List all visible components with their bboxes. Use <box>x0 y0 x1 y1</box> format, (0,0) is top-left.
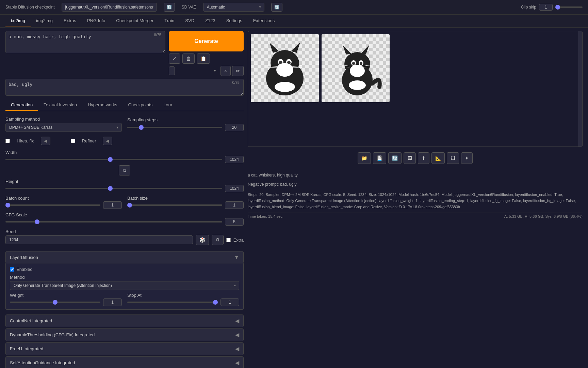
dynamic-thresholding-header[interactable]: DynamicThresholding (CFG-Fix) Integrated… <box>5 328 244 341</box>
hires-arrow-btn[interactable]: ◀ <box>41 137 50 145</box>
stop-at-slider[interactable] <box>127 302 218 303</box>
refresh-btn[interactable]: 🔄 <box>388 152 402 164</box>
cfg-scale-slider[interactable] <box>5 221 222 223</box>
batch-count-group: Batch count <box>5 196 122 209</box>
output-info-line: Steps: 20, Sampler: DPM++ 2M SDE Karras,… <box>248 190 583 211</box>
save-folder-btn[interactable]: 📁 <box>358 152 371 164</box>
method-select[interactable]: Only Generate Transparent Image (Attenti… <box>10 281 239 290</box>
tab-checkpoint-merger[interactable]: Checkpoint Merger <box>111 15 159 27</box>
gallery-btn[interactable]: 🖼 <box>404 152 416 164</box>
output-negative: Negative prompt: bad, ugly <box>248 180 583 189</box>
tab-hypernetworks[interactable]: Hypernetworks <box>82 99 123 111</box>
vae-label: SD VAE <box>182 5 196 10</box>
height-label: Height <box>5 179 244 184</box>
tab-settings[interactable]: Settings <box>221 15 248 27</box>
height-slider[interactable] <box>5 188 222 189</box>
vae-select[interactable]: Automatic <box>203 3 264 12</box>
copy-button[interactable]: 📋 <box>197 53 210 64</box>
tab-svd[interactable]: SVD <box>180 15 200 27</box>
dynamic-thresholding-title: DynamicThresholding (CFG-Fix) Integrated <box>10 332 95 337</box>
sampling-method-label: Sampling method <box>5 117 122 122</box>
output-image-2[interactable] <box>322 34 390 102</box>
refiner-arrow-btn[interactable]: ◀ <box>103 137 112 145</box>
cfg-scale-value[interactable] <box>225 218 244 226</box>
trash-button[interactable]: 🗑 <box>182 53 195 64</box>
tab-z123[interactable]: Z123 <box>200 15 221 27</box>
generate-button[interactable]: Generate <box>169 31 244 51</box>
seed-dice-btn[interactable]: 🎲 <box>196 235 209 245</box>
film-btn[interactable]: 🎞 <box>447 152 459 164</box>
tab-generation[interactable]: Generation <box>5 99 38 111</box>
tab-textual-inversion[interactable]: Textual Inversion <box>38 99 82 111</box>
style-select[interactable] <box>169 66 175 75</box>
tab-checkpoints[interactable]: Checkpoints <box>123 99 158 111</box>
hires-fix-label: Hires. fix <box>17 138 34 143</box>
batch-count-slider[interactable] <box>5 204 100 206</box>
checkpoint-refresh-btn[interactable]: 🔃 <box>164 3 175 12</box>
enabled-checkbox[interactable] <box>10 267 14 272</box>
layer-diffusion-header[interactable]: LayerDiffusion ▼ <box>5 251 244 263</box>
tab-lora[interactable]: Lora <box>158 99 178 111</box>
tab-extras[interactable]: Extras <box>58 15 82 27</box>
edit-style-btn[interactable]: ✏ <box>232 66 244 76</box>
tab-txt2img[interactable]: txt2img <box>5 15 31 27</box>
weight-value[interactable] <box>103 298 122 306</box>
sampling-method-wrapper: DPM++ 2M SDE Karras <box>5 123 122 132</box>
enabled-row: Enabled <box>10 267 239 272</box>
batch-size-value[interactable] <box>225 201 244 209</box>
width-slider[interactable] <box>5 159 222 160</box>
hires-refiner-row: Hires. fix ◀ Refiner ◀ <box>5 135 244 147</box>
sampling-steps-slider[interactable] <box>127 127 222 128</box>
positive-counter: 8/75 <box>153 32 163 37</box>
batch-size-label: Batch size <box>127 196 244 201</box>
sampling-method-group: Sampling method DPM++ 2M SDE Karras <box>5 117 122 132</box>
seed-recycle-btn[interactable]: ♻ <box>212 235 224 245</box>
checkpoint-select[interactable]: juggernautXL_version6Rundiffusion.safete… <box>62 3 157 12</box>
controlnet-header[interactable]: ControlNet Integrated ◀ <box>5 315 244 327</box>
tab-extensions[interactable]: Extensions <box>248 15 280 27</box>
batch-size-slider[interactable] <box>127 204 222 206</box>
save-btn[interactable]: 💾 <box>373 152 386 164</box>
weight-label: Weight <box>10 293 122 298</box>
negative-prompt-area: 0/75 <box>5 79 244 97</box>
action-buttons: ✓ 🗑 📋 <box>169 53 244 64</box>
sag-header[interactable]: SelfAttentionGuidance Integrated ◀ <box>5 356 244 368</box>
weight-slider[interactable] <box>10 302 100 303</box>
tab-png-info[interactable]: PNG Info <box>82 15 111 27</box>
batch-count-value[interactable] <box>103 201 122 209</box>
stop-at-value[interactable] <box>220 298 239 306</box>
height-value[interactable] <box>225 185 244 192</box>
refiner-label: Refiner <box>82 138 96 143</box>
clip-skip-slider[interactable] <box>555 6 583 8</box>
output-image-1[interactable] <box>251 34 319 102</box>
width-group: Width <box>5 150 244 163</box>
sampling-method-select[interactable]: DPM++ 2M SDE Karras <box>5 123 122 132</box>
svg-point-30 <box>352 62 355 65</box>
dynamic-thresholding-collapse-icon: ◀ <box>235 332 239 338</box>
vae-refresh-btn[interactable]: 🔃 <box>271 3 282 12</box>
check-button[interactable]: ✓ <box>169 53 180 64</box>
tab-img2img[interactable]: img2img <box>31 15 58 27</box>
seed-label: Seed <box>5 229 244 234</box>
sparkle-btn[interactable]: ✦ <box>461 152 473 164</box>
swap-dimensions-btn[interactable]: ⇅ <box>119 165 130 175</box>
output-scrollbar[interactable] <box>578 31 582 147</box>
clear-style-btn[interactable]: × <box>220 66 231 76</box>
positive-prompt-textarea[interactable] <box>5 31 165 53</box>
freeu-header[interactable]: FreeU Integrated ◀ <box>5 342 244 355</box>
checkpoint-label: Stable Diffusion checkpoint <box>5 5 55 10</box>
refiner-checkbox[interactable] <box>71 139 75 143</box>
freeu-collapse-icon: ◀ <box>235 346 239 352</box>
width-value[interactable] <box>225 156 244 163</box>
sampling-steps-value[interactable] <box>225 124 244 131</box>
tab-train[interactable]: Train <box>159 15 180 27</box>
crop-btn[interactable]: 📐 <box>431 152 445 164</box>
extra-checkbox[interactable] <box>226 238 231 242</box>
negative-prompt-textarea[interactable] <box>5 79 244 96</box>
weight-group: Weight <box>10 293 122 306</box>
svg-point-32 <box>350 65 365 77</box>
clip-skip-input[interactable] <box>539 4 553 11</box>
hires-fix-checkbox[interactable] <box>5 139 10 143</box>
seed-input[interactable] <box>5 235 193 244</box>
upload-btn[interactable]: ⬆ <box>418 152 429 164</box>
